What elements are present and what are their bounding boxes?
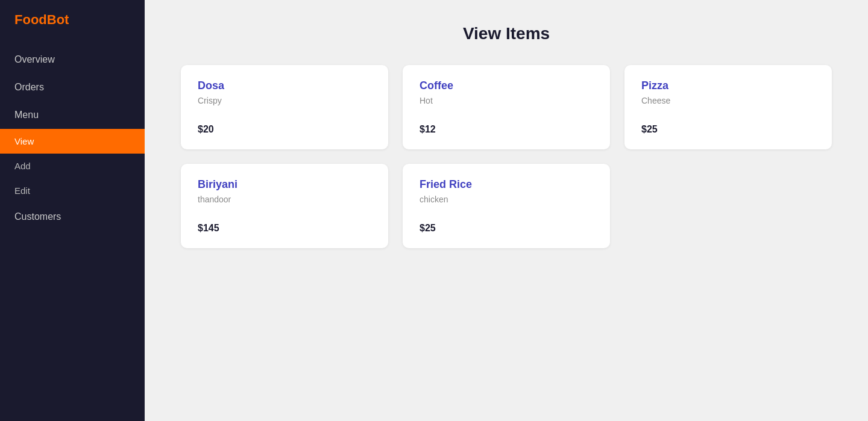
page-title: View Items bbox=[181, 24, 832, 43]
item-price-pizza: $25 bbox=[641, 124, 815, 135]
item-price-fried-rice: $25 bbox=[420, 223, 593, 234]
sidebar-item-orders[interactable]: Orders bbox=[0, 73, 145, 101]
sidebar-item-add[interactable]: Add bbox=[0, 154, 145, 178]
item-description-coffee: Hot bbox=[420, 96, 593, 105]
app-logo: FoodBot bbox=[0, 0, 145, 40]
main-content: View Items Dosa Crispy $20 Coffee Hot $1… bbox=[145, 0, 868, 421]
sidebar-item-edit[interactable]: Edit bbox=[0, 178, 145, 203]
item-name-fried-rice: Fried Rice bbox=[420, 178, 593, 191]
item-card-biriyani[interactable]: Biriyani thandoor $145 bbox=[181, 164, 388, 248]
item-card-fried-rice[interactable]: Fried Rice chicken $25 bbox=[403, 164, 610, 248]
item-description-dosa: Crispy bbox=[198, 96, 371, 105]
item-price-dosa: $20 bbox=[198, 124, 371, 135]
sidebar-item-view[interactable]: View bbox=[0, 129, 145, 154]
item-description-biriyani: thandoor bbox=[198, 195, 371, 204]
item-price-coffee: $12 bbox=[420, 124, 593, 135]
sidebar-item-overview[interactable]: Overview bbox=[0, 46, 145, 73]
sidebar-item-customers[interactable]: Customers bbox=[0, 203, 145, 231]
item-description-fried-rice: chicken bbox=[420, 195, 593, 204]
item-name-pizza: Pizza bbox=[641, 80, 815, 92]
item-price-biriyani: $145 bbox=[198, 223, 371, 234]
item-name-coffee: Coffee bbox=[420, 80, 593, 92]
sidebar-item-menu[interactable]: Menu bbox=[0, 101, 145, 129]
item-description-pizza: Cheese bbox=[641, 96, 815, 105]
item-card-pizza[interactable]: Pizza Cheese $25 bbox=[624, 65, 832, 149]
item-card-coffee[interactable]: Coffee Hot $12 bbox=[403, 65, 610, 149]
item-name-dosa: Dosa bbox=[198, 80, 371, 92]
items-grid: Dosa Crispy $20 Coffee Hot $12 Pizza Che… bbox=[181, 65, 832, 248]
sidebar-nav: Overview Orders Menu View Add Edit Custo… bbox=[0, 40, 145, 237]
sidebar: FoodBot Overview Orders Menu View Add Ed… bbox=[0, 0, 145, 421]
item-name-biriyani: Biriyani bbox=[198, 178, 371, 191]
item-card-dosa[interactable]: Dosa Crispy $20 bbox=[181, 65, 388, 149]
